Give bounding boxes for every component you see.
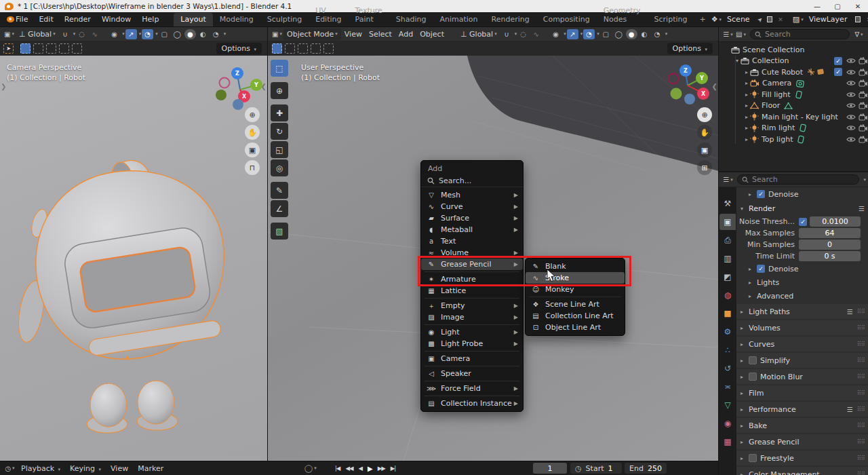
viewlayer-selector[interactable]: ▨ ▾ ViewLayer ✕ [793,14,868,26]
editor-type-icon[interactable]: ▣▾ [3,29,15,39]
field-value[interactable]: 0.0100 [810,216,861,227]
transform-orientation-dropdown[interactable]: ⊥ Global▾ [16,28,59,40]
tool-add-primitive[interactable]: ▧ [271,223,288,240]
workspace-tab-shading[interactable]: Shading [389,13,433,26]
select-mode-extend-icon[interactable] [285,43,295,54]
shading-material-icon[interactable]: ◐ [197,29,209,39]
workspace-tab-sculpting[interactable]: Sculpting [260,13,309,26]
menu-edit[interactable]: Edit [33,15,58,24]
expander-icon[interactable]: ▸ [743,69,750,75]
viewport-camera-canvas[interactable]: Camera Perspective (1) Collection | Robo… [0,56,267,461]
outliner-row-camera[interactable]: ▸Camera [719,78,868,90]
add-menu-item-text[interactable]: a Text [421,235,523,247]
pan-hand-icon[interactable]: ✋ [245,125,260,140]
outliner-search-input[interactable]: Search [750,29,850,39]
visibility-dropdown-icon[interactable]: ◉ [550,29,561,39]
prev-frame-button[interactable]: ◀ [355,465,365,472]
outliner-row-top-light[interactable]: ▸Top light [719,134,868,145]
navigation-gizmo[interactable]: Z Y X [665,60,713,107]
checkbox-checked[interactable]: ✓ [834,57,842,65]
drag-grip-icon[interactable]: ⠿⠿ [857,390,865,396]
robot-model[interactable] [5,134,244,446]
camera-view-icon[interactable]: ▣ [697,142,712,157]
properties-search-input[interactable]: Search [737,174,859,185]
timeline-menu-playback[interactable]: Playback ▾ [16,464,65,473]
workspace-tab-rendering[interactable]: Rendering [485,13,536,26]
properties-tab-texture[interactable]: ▦ [719,434,736,450]
gizmo-dropdown-icon[interactable]: ↗ [567,29,578,39]
overlays-dropdown-icon[interactable]: ◔ [142,29,153,39]
snap-icon[interactable]: ∪ [60,29,71,39]
drag-grip-icon[interactable]: ⠿⠿ [857,357,865,364]
add-workspace-button[interactable]: + [694,13,711,26]
next-keyframe-button[interactable]: ▶▶ [375,465,388,472]
hide-viewport-icon[interactable] [846,91,856,98]
field-value[interactable]: 0 [799,240,861,250]
outliner-row-floor[interactable]: ▸Floor [719,100,868,112]
zoom-icon[interactable]: ⊕ [697,107,712,122]
navigation-gizmo[interactable]: Z Y X [213,61,263,110]
filter-funnel-icon[interactable]: ∇▾ [853,29,865,39]
menu-help[interactable]: Help [136,15,164,24]
add-menu-search[interactable]: Search... [421,174,523,187]
workspace-tab-compositing[interactable]: Compositing [536,13,597,26]
tool-measure[interactable]: ∠ [271,200,288,217]
disable-render-icon[interactable] [858,136,868,143]
viewport-menu-select[interactable]: Select [366,28,395,40]
outliner-row-scene-collection[interactable]: Scene Collection [719,44,868,56]
preset-icon[interactable]: ☰ [847,308,853,316]
drag-grip-icon[interactable]: ⠿⠿ [857,422,865,429]
shading-wireframe-icon[interactable]: ◯ [172,29,183,39]
properties-tab-object-data[interactable]: ▽ [719,397,736,413]
checkbox-unchecked[interactable] [749,454,757,462]
lock-icon[interactable]: ⊓ [245,160,260,175]
subpanel-denoise[interactable]: ▸ ✓Denoise [736,187,868,201]
tool-annotate[interactable]: ✎ [271,182,288,199]
hide-viewport-icon[interactable] [846,102,856,109]
select-mode-new-icon[interactable] [20,43,31,54]
properties-tab-physics[interactable]: ↺ [719,360,736,377]
panel-color-management[interactable]: ▸ Color Management⠿⠿ [736,467,868,475]
prev-keyframe-button[interactable]: ◀◀ [342,465,355,472]
menu-render[interactable]: Render [59,15,96,24]
drag-grip-icon[interactable]: ⠿⠿ [857,438,865,445]
pan-hand-icon[interactable]: ✋ [697,125,712,140]
tool-move[interactable]: ✚ [271,104,288,121]
disable-render-icon[interactable] [858,79,868,87]
drag-grip-icon[interactable]: ⠿⠿ [857,455,865,461]
viewport-menu-object[interactable]: Object [416,28,448,40]
workspace-tab-animation[interactable]: Animation [433,13,484,26]
subpanel-denoise[interactable]: ▸ ✓Denoise [736,262,868,276]
properties-tab-constraints[interactable]: ≍ [719,379,736,395]
select-mode-subtract-icon[interactable] [46,43,56,54]
frame-start-field[interactable]: ◷ Start 1 [570,463,622,474]
drag-grip-icon[interactable]: ⠿⠿ [857,373,865,380]
transform-orientation-dropdown[interactable]: ⊥ Global▾ [457,28,500,40]
add-menu-item-empty[interactable]: ＋ Empty▶ [421,300,523,311]
shading-wireframe-icon[interactable]: ◯ [613,29,625,39]
gizmo-dropdown-icon[interactable]: ↗ [125,29,137,39]
properties-tab-material[interactable]: ◉ [719,415,736,432]
workspace-tab-layout[interactable]: Layout [174,13,212,26]
select-mode-subtract-icon[interactable] [298,43,308,54]
field-value[interactable]: 64 [799,228,861,238]
tool-scale[interactable]: ◱ [271,141,288,158]
expander-icon[interactable]: ▸ [743,102,750,109]
select-mode-intersect-icon[interactable] [72,43,82,54]
shading-material-icon[interactable]: ◐ [639,29,650,39]
hide-viewport-icon[interactable] [846,136,856,143]
workspace-tab-texture-paint[interactable]: Texture Paint [349,4,389,26]
gp-submenu-item-collection-line-art[interactable]: ▤ Collection Line Art [526,310,625,322]
xray-toggle-icon[interactable]: ▢ [600,29,612,39]
expander-icon[interactable]: ▸ [743,125,750,131]
proportional-editing-icon[interactable]: ◌ [517,29,529,39]
snap-icon[interactable]: ∪ [501,29,513,39]
panel-film[interactable]: ▸ Film⠿⠿ [736,385,868,400]
shading-solid-icon[interactable]: ● [184,29,196,39]
disable-render-icon[interactable] [858,91,868,98]
visibility-dropdown-icon[interactable]: ◉ [108,29,120,39]
preset-icon[interactable]: ☰ [847,406,853,413]
xray-toggle-icon[interactable]: ▢ [159,29,170,39]
expander-icon[interactable]: ▸ [743,114,750,120]
panel-freestyle[interactable]: ▸ Freestyle⠿⠿ [736,451,868,466]
